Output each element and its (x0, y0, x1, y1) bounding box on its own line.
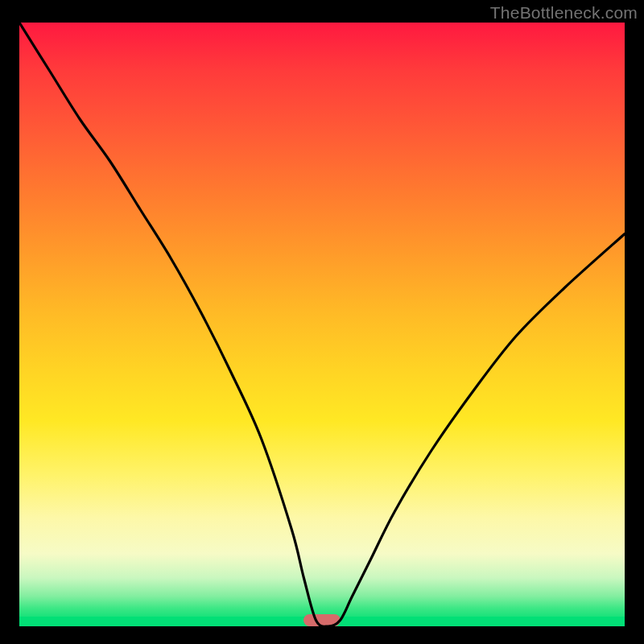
chart-container: TheBottleneck.com (0, 0, 644, 644)
attribution-label: TheBottleneck.com (490, 3, 638, 23)
bottleneck-curve (19, 23, 625, 626)
plot-area (19, 23, 625, 626)
optimal-marker (303, 614, 340, 626)
